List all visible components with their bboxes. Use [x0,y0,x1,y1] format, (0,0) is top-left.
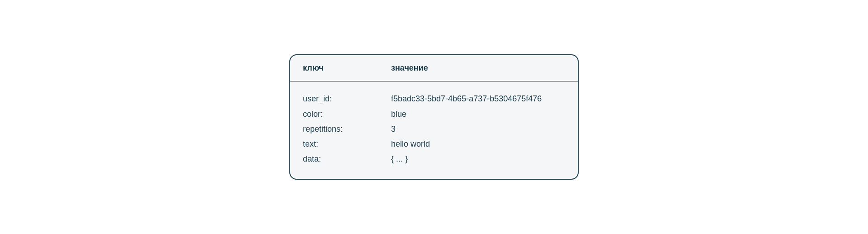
table-row: color: blue [303,107,565,122]
table-row: text: hello world [303,137,565,152]
row-value: f5badc33-5bd7-4b65-a737-b5304675f476 [391,91,565,106]
row-key: repetitions: [303,122,391,137]
header-key: ключ [303,63,391,73]
table-row: user_id: f5badc33-5bd7-4b65-a737-b530467… [303,91,565,106]
header-value: значение [391,63,565,73]
table-row: data: { ... } [303,152,565,167]
row-value: 3 [391,122,565,137]
row-value: hello world [391,137,565,152]
row-value: { ... } [391,152,565,167]
table-body: user_id: f5badc33-5bd7-4b65-a737-b530467… [290,81,578,178]
table-header: ключ значение [290,55,578,81]
row-key: data: [303,152,391,167]
table-row: repetitions: 3 [303,122,565,137]
row-key: color: [303,107,391,122]
row-key: text: [303,137,391,152]
kv-table: ключ значение user_id: f5badc33-5bd7-4b6… [289,54,579,179]
row-value: blue [391,107,565,122]
row-key: user_id: [303,91,391,106]
